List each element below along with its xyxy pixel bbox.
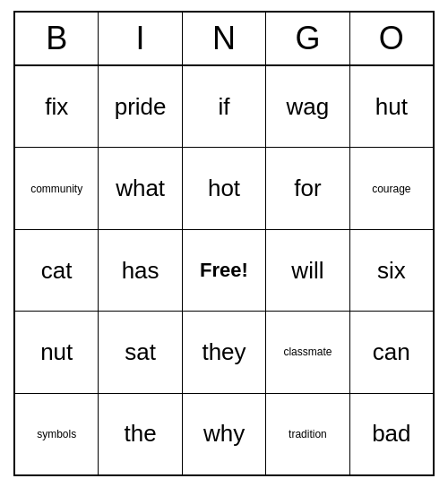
cell-text-0-4: hut	[375, 93, 408, 121]
grid-cell-1-4: courage	[350, 148, 433, 228]
bingo-header: BINGO	[15, 13, 433, 66]
bingo-grid: fixprideifwaghutcommunitywhathotforcoura…	[15, 66, 433, 474]
header-letter-o: O	[350, 13, 433, 64]
grid-row-3: nutsattheyclassmatecan	[15, 312, 433, 393]
cell-text-3-2: they	[202, 338, 246, 366]
grid-cell-4-3: tradition	[266, 394, 349, 474]
grid-cell-1-2: hot	[183, 148, 266, 228]
header-letter-n: N	[183, 13, 266, 64]
cell-text-0-3: wag	[287, 93, 330, 121]
cell-text-1-2: hot	[208, 175, 240, 202]
cell-text-1-4: courage	[372, 183, 410, 195]
header-letter-i: I	[99, 13, 182, 64]
cell-text-3-1: sat	[125, 338, 156, 366]
grid-cell-4-0: symbols	[15, 394, 99, 474]
grid-row-4: symbolsthewhytraditionbad	[15, 394, 433, 474]
grid-cell-1-1: what	[99, 148, 182, 228]
cell-text-0-0: fix	[45, 93, 68, 121]
cell-text-2-3: will	[291, 257, 323, 285]
grid-row-0: fixprideifwaghut	[15, 66, 433, 148]
cell-text-2-1: has	[122, 257, 159, 285]
grid-cell-2-2: Free!	[183, 230, 266, 311]
cell-text-4-2: why	[203, 420, 245, 448]
cell-text-3-0: nut	[40, 338, 73, 366]
grid-cell-2-0: cat	[15, 230, 99, 311]
cell-text-0-2: if	[219, 93, 230, 121]
header-letter-b: B	[15, 13, 99, 64]
grid-cell-0-4: hut	[350, 66, 433, 147]
grid-row-1: communitywhathotforcourage	[15, 148, 433, 229]
cell-text-0-1: pride	[115, 93, 167, 121]
cell-text-3-4: can	[373, 338, 410, 366]
grid-cell-0-2: if	[183, 66, 266, 147]
cell-text-2-4: six	[377, 257, 406, 285]
grid-cell-0-3: wag	[266, 66, 349, 147]
grid-cell-3-2: they	[183, 312, 266, 392]
cell-text-4-0: symbols	[37, 428, 76, 440]
cell-text-2-2: Free!	[200, 259, 248, 282]
cell-text-1-0: community	[30, 183, 82, 195]
cell-text-4-1: the	[125, 420, 157, 448]
bingo-card: BINGO fixprideifwaghutcommunitywhathotfo…	[13, 11, 435, 476]
grid-cell-4-2: why	[183, 394, 266, 474]
grid-cell-2-4: six	[350, 230, 433, 311]
cell-text-3-3: classmate	[283, 346, 332, 358]
grid-cell-0-1: pride	[99, 66, 182, 147]
cell-text-2-0: cat	[41, 257, 73, 285]
cell-text-1-1: what	[116, 175, 165, 202]
grid-cell-4-4: bad	[350, 394, 433, 474]
grid-cell-0-0: fix	[15, 66, 99, 147]
header-letter-g: G	[266, 13, 349, 64]
grid-cell-3-0: nut	[15, 312, 99, 392]
grid-row-2: cathasFree!willsix	[15, 230, 433, 312]
grid-cell-1-3: for	[266, 148, 349, 228]
grid-cell-2-3: will	[266, 230, 349, 311]
grid-cell-4-1: the	[99, 394, 182, 474]
grid-cell-2-1: has	[99, 230, 182, 311]
grid-cell-3-4: can	[350, 312, 433, 392]
cell-text-1-3: for	[294, 175, 321, 202]
grid-cell-3-1: sat	[99, 312, 182, 392]
grid-cell-3-3: classmate	[266, 312, 349, 392]
cell-text-4-4: bad	[372, 420, 410, 448]
grid-cell-1-0: community	[15, 148, 99, 228]
cell-text-4-3: tradition	[289, 428, 327, 440]
